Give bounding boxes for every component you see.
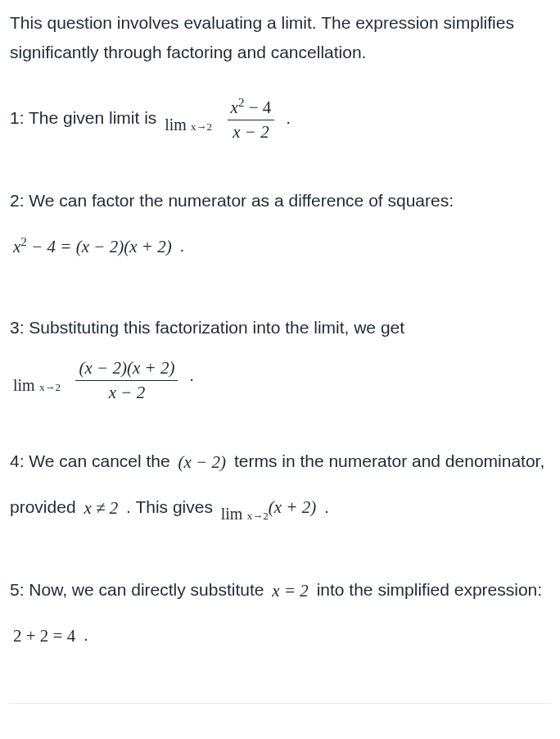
step-4-term: (x − 2) xyxy=(178,440,226,485)
step-1-period: . xyxy=(286,108,291,127)
intro-paragraph: This question involves evaluating a limi… xyxy=(10,8,550,66)
divider xyxy=(10,703,550,704)
step-2-eq: x2 − 4 = (x − 2)(x + 2) xyxy=(13,224,172,270)
s1-den: x − 2 xyxy=(228,120,275,143)
step-5-text-b: into the simplified expression: xyxy=(317,580,542,599)
step-5-sub: x = 2 xyxy=(272,569,309,614)
lim-subscript: x→2 xyxy=(191,120,212,133)
step-3-limit: lim x→2 (x − 2)(x + 2) x − 2 xyxy=(13,356,181,403)
step-3-period: . xyxy=(189,365,194,384)
s2-x: x xyxy=(13,237,20,256)
s2-sup: 2 xyxy=(20,235,27,248)
s1-num-rest: − 4 xyxy=(245,97,272,117)
step-2-period: . xyxy=(180,236,185,255)
step-4: 4: We can cancel the (x − 2) terms in th… xyxy=(10,439,550,531)
step-4-text-c: . This gives xyxy=(126,497,218,516)
step-5: 5: Now, we can directly substitute x = 2… xyxy=(10,568,550,660)
s3-den: x − 2 xyxy=(75,381,178,403)
step-3: 3: Substituting this factorization into … xyxy=(10,306,550,403)
step-3-text: 3: Substituting this factorization into … xyxy=(10,318,404,337)
step-4-cond: x ≠ 2 xyxy=(84,486,118,531)
s2-rest: − 4 = (x − 2)(x + 2) xyxy=(27,237,172,256)
step-5-period: . xyxy=(84,625,88,644)
lim-subscript: x→2 xyxy=(247,510,269,522)
step-2-text: 2: We can factor the numerator as a diff… xyxy=(10,191,454,210)
lim-symbol: lim xyxy=(13,376,35,394)
step-2: 2: We can factor the numerator as a diff… xyxy=(10,179,550,269)
s1-num-sup: 2 xyxy=(238,96,245,109)
step-5-text-a: 5: Now, we can directly substitute xyxy=(10,580,269,599)
step-5-eq: 2 + 2 = 4 xyxy=(13,614,75,659)
step-4-text-a: 4: We can cancel the xyxy=(10,451,175,470)
s1-num-x: x xyxy=(231,97,238,117)
lim-symbol: lim xyxy=(221,505,243,523)
step-1: 1: The given limit is lim x→2 x2 − 4 x −… xyxy=(10,96,550,143)
step-1-limit: lim x→2 x2 − 4 x − 2 xyxy=(165,96,278,143)
s3-num: (x − 2)(x + 2) xyxy=(75,358,178,381)
s4-res: (x + 2) xyxy=(269,497,316,517)
lim-subscript: x→2 xyxy=(39,381,61,393)
step-1-text: 1: The given limit is xyxy=(10,108,161,127)
step-4-period: . xyxy=(324,497,329,516)
lim-symbol: lim xyxy=(165,116,187,134)
step-4-result: lim x→2 (x + 2) xyxy=(221,485,316,531)
